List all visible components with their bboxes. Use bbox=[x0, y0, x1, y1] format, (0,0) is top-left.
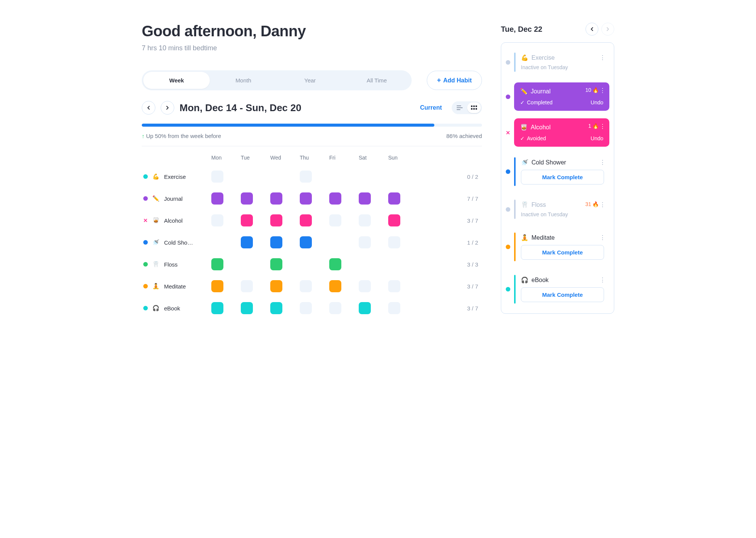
habit-label-floss[interactable]: 🦷Floss bbox=[143, 261, 204, 268]
mark-complete-button[interactable]: Mark Complete bbox=[521, 170, 604, 185]
chevron-left-icon bbox=[590, 27, 594, 31]
card-status: ✓ Completed bbox=[520, 99, 553, 105]
habit-score-ebook: 3 / 7 bbox=[418, 305, 480, 312]
today-card-wrap-ebook: ⋮ 🎧eBook Mark Complete bbox=[506, 272, 609, 307]
habit-cell-alcohol-thu[interactable] bbox=[300, 214, 312, 226]
habit-cell-coldshower-thu[interactable] bbox=[300, 236, 312, 248]
segment-all-time[interactable]: All Time bbox=[343, 72, 410, 89]
habit-emoji: 🥃 bbox=[152, 217, 160, 224]
habit-cell-journal-sat[interactable] bbox=[359, 192, 371, 205]
card-more-button[interactable]: ⋮ bbox=[600, 123, 606, 130]
habit-emoji: 🥃 bbox=[520, 124, 528, 131]
card-more-button[interactable]: ⋮ bbox=[600, 87, 606, 94]
habit-cell-meditate-sat[interactable] bbox=[359, 280, 371, 292]
habit-cell-coldshower-wed[interactable] bbox=[270, 236, 282, 248]
habit-dot bbox=[506, 169, 510, 174]
habit-cell-meditate-fri[interactable] bbox=[329, 280, 341, 292]
chevron-right-icon bbox=[606, 27, 610, 31]
habit-cell-ebook-mon[interactable] bbox=[211, 302, 223, 314]
habit-score-floss: 3 / 3 bbox=[418, 261, 480, 268]
habit-cell-meditate-sun[interactable] bbox=[388, 280, 400, 292]
habit-cell-ebook-sun[interactable] bbox=[388, 302, 400, 314]
today-card-alcohol[interactable]: 1 🔥 ⋮ 🥃Alcohol ✓ AvoidedUndo bbox=[514, 118, 609, 147]
undo-button[interactable]: Undo bbox=[591, 135, 603, 141]
habit-cell-coldshower-tue[interactable] bbox=[241, 236, 253, 248]
flame-icon: 🔥 bbox=[592, 201, 599, 207]
habit-cell-journal-wed[interactable] bbox=[270, 192, 282, 205]
card-more-button[interactable]: ⋮ bbox=[600, 159, 606, 166]
habit-cell-alcohol-sun[interactable] bbox=[388, 214, 400, 226]
segment-week[interactable]: Week bbox=[143, 72, 210, 89]
habit-cell-meditate-mon[interactable] bbox=[211, 280, 223, 292]
today-card-wrap-alcohol: ✕ 1 🔥 ⋮ 🥃Alcohol ✓ AvoidedUndo bbox=[506, 118, 609, 147]
habit-cell-exercise-mon[interactable] bbox=[211, 171, 223, 183]
day-header-sun: Sun bbox=[388, 155, 410, 161]
date-range-label: Mon, Dec 14 - Sun, Dec 20 bbox=[180, 102, 415, 114]
habit-cell-ebook-thu[interactable] bbox=[300, 302, 312, 314]
svg-rect-1 bbox=[473, 105, 475, 107]
habit-name: Floss bbox=[531, 202, 546, 208]
mark-complete-button[interactable]: Mark Complete bbox=[521, 287, 604, 302]
habit-cell-floss-mon[interactable] bbox=[211, 258, 223, 270]
card-accent-bar bbox=[514, 53, 516, 72]
card-more-button[interactable]: ⋮ bbox=[600, 234, 606, 241]
add-habit-button[interactable]: + Add Habit bbox=[427, 71, 482, 90]
side-prev-day-button[interactable] bbox=[586, 23, 598, 36]
habit-cell-alcohol-wed[interactable] bbox=[270, 214, 282, 226]
habit-cell-journal-thu[interactable] bbox=[300, 192, 312, 205]
habit-cell-ebook-sat[interactable] bbox=[359, 302, 371, 314]
segment-month[interactable]: Month bbox=[210, 72, 276, 89]
today-card-exercise[interactable]: ⋮ 💪Exercise Inactive on Tuesday bbox=[514, 50, 609, 75]
habit-cell-journal-fri[interactable] bbox=[329, 192, 341, 205]
next-range-button[interactable] bbox=[161, 101, 174, 115]
view-toggle bbox=[452, 101, 482, 114]
current-link[interactable]: Current bbox=[420, 104, 442, 111]
habit-name: Alcohol bbox=[531, 124, 550, 131]
habit-score-meditate: 3 / 7 bbox=[418, 283, 480, 290]
today-card-meditate[interactable]: ⋮ 🧘Meditate Mark Complete bbox=[514, 229, 609, 264]
card-more-button[interactable]: ⋮ bbox=[600, 201, 606, 208]
habit-cell-ebook-tue[interactable] bbox=[241, 302, 253, 314]
today-card-floss[interactable]: 31 🔥 ⋮ 🦷Floss Inactive on Tuesday bbox=[514, 197, 609, 222]
habit-cell-coldshower-sun[interactable] bbox=[388, 236, 400, 248]
habit-cell-meditate-wed[interactable] bbox=[270, 280, 282, 292]
habit-cell-alcohol-fri[interactable] bbox=[329, 214, 341, 226]
habit-cell-journal-tue[interactable] bbox=[241, 192, 253, 205]
habit-label-coldshower[interactable]: 🚿Cold Sho… bbox=[143, 239, 204, 246]
habit-label-meditate[interactable]: 🧘Meditate bbox=[143, 283, 204, 290]
habit-cell-alcohol-mon[interactable] bbox=[211, 214, 223, 226]
undo-button[interactable]: Undo bbox=[591, 99, 603, 105]
habit-label-exercise[interactable]: 💪Exercise bbox=[143, 173, 204, 180]
mark-complete-button[interactable]: Mark Complete bbox=[521, 245, 604, 260]
habit-cell-floss-wed[interactable] bbox=[270, 258, 282, 270]
today-card-journal[interactable]: 10 🔥 ⋮ ✏️Journal ✓ CompletedUndo bbox=[514, 82, 609, 111]
achieved-text: 86% achieved bbox=[446, 133, 482, 139]
today-card-coldshower[interactable]: ⋮ 🚿Cold Shower Mark Complete bbox=[514, 154, 609, 189]
habit-cell-alcohol-sat[interactable] bbox=[359, 214, 371, 226]
habit-label-ebook[interactable]: 🎧eBook bbox=[143, 305, 204, 312]
habit-cell-ebook-wed[interactable] bbox=[270, 302, 282, 314]
today-card-ebook[interactable]: ⋮ 🎧eBook Mark Complete bbox=[514, 272, 609, 307]
habit-score-coldshower: 1 / 2 bbox=[418, 239, 480, 246]
habit-cell-exercise-thu[interactable] bbox=[300, 171, 312, 183]
habit-cell-coldshower-sat[interactable] bbox=[359, 236, 371, 248]
check-icon: ✓ bbox=[520, 135, 525, 141]
card-more-button[interactable]: ⋮ bbox=[600, 54, 606, 61]
card-more-button[interactable]: ⋮ bbox=[600, 276, 606, 284]
habit-label-alcohol[interactable]: ✕🥃Alcohol bbox=[143, 217, 204, 224]
habit-cell-meditate-tue[interactable] bbox=[241, 280, 253, 292]
habit-label-journal[interactable]: ✏️Journal bbox=[143, 195, 204, 202]
segment-year[interactable]: Year bbox=[277, 72, 343, 89]
habit-cell-journal-sun[interactable] bbox=[388, 192, 400, 205]
view-grid-button[interactable] bbox=[467, 102, 481, 113]
habit-name: Floss bbox=[164, 261, 178, 268]
habit-cell-floss-fri[interactable] bbox=[329, 258, 341, 270]
habit-cell-ebook-fri[interactable] bbox=[329, 302, 341, 314]
view-list-button[interactable] bbox=[453, 102, 466, 113]
card-subtext: Inactive on Tuesday bbox=[521, 211, 604, 217]
prev-range-button[interactable] bbox=[142, 101, 155, 115]
habit-cell-alcohol-tue[interactable] bbox=[241, 214, 253, 226]
habit-cell-journal-mon[interactable] bbox=[211, 192, 223, 205]
plus-icon: + bbox=[437, 76, 441, 84]
habit-cell-meditate-thu[interactable] bbox=[300, 280, 312, 292]
